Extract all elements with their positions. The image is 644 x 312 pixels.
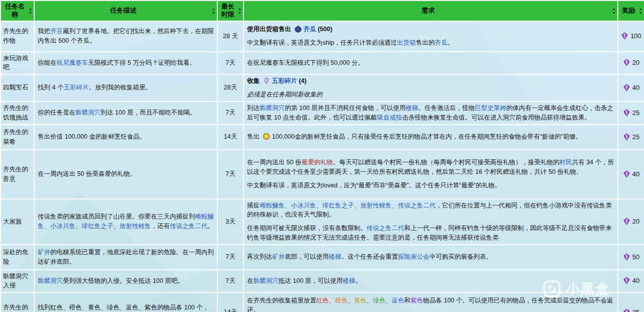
- text-segment: 。: [208, 223, 214, 230]
- text-segment: 红色: [316, 297, 329, 304]
- text-segment: 。每天可以赠送每个村民一份礼物（每周每个村民可接受两份礼物），接受礼物的: [333, 159, 559, 166]
- text-segment: 橙色: [335, 297, 348, 304]
- sort-icon[interactable]: ▲▼: [238, 7, 242, 15]
- wiki-link[interactable]: 矿井: [38, 249, 50, 256]
- qi-fruit-icon: [294, 25, 302, 33]
- paragraph: 我把齐豆藏到了世界各地。把它们找出来，然后种下去，在期限内售出 500 个齐瓜。: [38, 27, 214, 46]
- quest-description-cell: 骷髅洞穴受到强大怪物的入侵。安全抵达 100 层吧。: [34, 270, 217, 293]
- column-label: 需求: [422, 7, 435, 14]
- requirements-cell: 收集 五彩碎片 (4)必须是在任务期间新收集的: [244, 74, 618, 101]
- wiki-link[interactable]: 传说之鱼二代: [367, 225, 405, 232]
- sort-icon[interactable]: ▲▼: [29, 7, 32, 15]
- reward-value: 20: [632, 59, 639, 66]
- wiki-link[interactable]: 小冰川鱼: [291, 202, 316, 209]
- quest-row: 大家族传说鱼类的家族成员回到了山谷里。你要在三天内捕捉到雌鮟鱇鱼、小冰川鱼、绯红…: [1, 199, 644, 245]
- quest-row: 骷髅洞穴入侵骷髅洞穴受到强大怪物的入侵。安全抵达 100 层吧。7天在骷髅洞穴抵…: [1, 270, 644, 293]
- quest-row: 齐先生的五彩农场找到红色、橙色、黄色、绿色、蓝色、紫色的物品各 100 个，把它…: [1, 292, 644, 312]
- reward-value: 25: [632, 133, 639, 141]
- sort-icon[interactable]: ▲▼: [639, 7, 642, 15]
- quest-name-cell: 四颗宝石: [1, 74, 34, 101]
- wiki-link[interactable]: 祝尼魔赛车: [57, 59, 89, 66]
- quest-row: 齐先生的作物我把齐豆藏到了世界各地。把它们找出来，然后种下去，在期限内售出 50…: [1, 21, 644, 52]
- reward-value: 40: [632, 84, 639, 91]
- time-limit: 7天: [225, 277, 235, 284]
- column-header-reward[interactable]: 奖励▲▼: [618, 1, 644, 21]
- reward-cell: 50: [618, 245, 644, 270]
- wiki-link[interactable]: 小冰川鱼: [50, 223, 75, 230]
- column-header-name[interactable]: 任务名称▲▼: [1, 1, 34, 21]
- quest-name: 深处的危险: [3, 249, 28, 265]
- qi-gem-icon: [623, 253, 630, 261]
- text-segment: 、: [367, 297, 373, 304]
- reward-cell: 20: [618, 52, 644, 75]
- text-segment: (500): [316, 26, 333, 33]
- reward-value: 20: [632, 218, 639, 225]
- paragraph: 找到 4 个五彩碎片。放到我的收集箱里。: [38, 83, 214, 92]
- quest-name: 齐先生的善意: [3, 166, 28, 182]
- text-segment: 、: [75, 223, 82, 230]
- wiki-link[interactable]: 楼梯: [343, 277, 355, 284]
- paragraph: 捕捉雌鮟鱇鱼、小冰川鱼、绯红鱼之子、放射性鲤鱼、传说之鱼二代，它们所在位置与上一…: [247, 201, 614, 220]
- text-segment: 、: [44, 223, 51, 230]
- wiki-link[interactable]: 楼梯: [406, 105, 418, 112]
- wiki-link[interactable]: 骷髅洞穴: [38, 277, 63, 284]
- paragraph: 售出 100,000金的新鲜烹饪食品，只有接受任务后烹饪的物品才算在内，在任务期…: [247, 132, 614, 142]
- text-segment: 底部，可以使用: [285, 253, 329, 260]
- wiki-link[interactable]: 出货箱: [397, 39, 416, 46]
- text-segment: 售出价值 100,000 金的新鲜烹饪食品。: [38, 133, 146, 140]
- wiki-link[interactable]: 最爱的礼物: [301, 159, 333, 166]
- wiki-link[interactable]: 齐豆: [50, 28, 63, 35]
- text-segment: 收集: [247, 77, 261, 84]
- reward-cell: 20: [618, 199, 644, 245]
- wiki-link[interactable]: 雌鮟鱇鱼: [260, 202, 285, 209]
- paragraph: 在骷髅洞穴抵达 100 层，可以使用楼梯。: [247, 276, 614, 286]
- sort-icon[interactable]: ▲▼: [212, 7, 215, 15]
- reward-value: 100: [630, 32, 641, 40]
- time-limit-cell: 7天: [217, 52, 244, 75]
- wiki-link[interactable]: 齐瓜: [303, 26, 316, 33]
- wiki-link[interactable]: 骷髅洞穴: [75, 109, 101, 116]
- wiki-link[interactable]: 绯红鱼之子: [82, 223, 114, 230]
- wiki-link[interactable]: 骷髅洞穴: [260, 105, 285, 112]
- text-segment: 黄色: [354, 297, 367, 304]
- paragraph: 任务期间可被无限次捕获，没有条数限制。传说之鱼二代和上一代一样，同样有钓鱼十级的…: [247, 224, 614, 243]
- column-header-description[interactable]: 任务描述▲▼: [34, 1, 217, 21]
- wiki-link[interactable]: 五彩碎片: [272, 77, 297, 84]
- text-segment: 在一周内送出 50 份: [247, 159, 301, 166]
- quest-name: 骷髅洞穴入侵: [3, 273, 28, 289]
- wiki-link[interactable]: 传说之鱼二代: [398, 202, 436, 209]
- text-segment: 蓝色: [392, 297, 405, 304]
- wiki-link[interactable]: 吸血戒指: [377, 114, 402, 121]
- quest-table-body: 齐先生的作物我把齐豆藏到了世界各地。把它们找出来，然后种下去，在期限内售出 50…: [1, 21, 644, 312]
- column-header-requirements[interactable]: 需求▲▼: [244, 1, 618, 21]
- text-segment: 。放到我的收集箱里。: [89, 84, 151, 91]
- wiki-link[interactable]: 探险家公会: [398, 253, 430, 260]
- quest-description-cell: 矿井的电梯系统已重置，地底深处出现了新的危险。在一周内到达矿井底部。: [34, 245, 217, 270]
- wiki-link[interactable]: 齐瓜: [435, 39, 447, 46]
- wiki-link[interactable]: 传说之鱼二代: [170, 223, 208, 230]
- quest-row: 来玩游戏吧你能在祝尼魔赛车无限模式下得 5 万分吗？证明给我看。7天在祝尼魔赛车…: [1, 52, 644, 75]
- wiki-link[interactable]: 村民: [559, 159, 572, 166]
- wiki-link[interactable]: 巨型史莱姆: [475, 105, 507, 112]
- quest-name: 齐先生的菜肴: [3, 129, 28, 145]
- time-limit-cell: 7天: [217, 245, 244, 270]
- quest-name: 来玩游戏吧: [3, 55, 28, 71]
- quest-name-cell: 齐先生的善意: [1, 150, 34, 199]
- wiki-link[interactable]: 放射性鲤鱼: [120, 223, 151, 230]
- wiki-link[interactable]: 楼梯: [329, 253, 342, 260]
- wiki-link[interactable]: 绯红鱼之子: [323, 202, 354, 209]
- text-segment: 和: [405, 297, 411, 304]
- paragraph: 在一周内送出 50 份受喜爱的礼物。: [38, 169, 214, 179]
- text-segment: 找到 4 个: [38, 84, 63, 91]
- wiki-link[interactable]: 五彩碎片: [63, 84, 89, 91]
- wiki-link[interactable]: 矿井: [272, 253, 285, 260]
- wiki-link[interactable]: 骷髅洞穴: [254, 277, 279, 284]
- reward-cell: 100: [618, 21, 644, 52]
- text-segment: 传说鱼类的家族成员回到了山谷里。你要在三天内捕捉到: [38, 213, 195, 220]
- text-segment: 在齐先生的收集箱里放置: [247, 297, 316, 304]
- requirements-cell: 捕捉雌鮟鱇鱼、小冰川鱼、绯红鱼之子、放射性鲤鱼、传说之鱼二代，它们所在位置与上一…: [244, 199, 618, 245]
- column-header-time-limit[interactable]: 最长时限▲▼: [217, 1, 244, 21]
- sort-icon[interactable]: ▲▼: [612, 7, 616, 15]
- paragraph: 矿井的电梯系统已重置，地底深处出现了新的危险。在一周内到达矿井底部。: [38, 248, 214, 267]
- wiki-link[interactable]: 放射性鲤鱼: [360, 202, 392, 209]
